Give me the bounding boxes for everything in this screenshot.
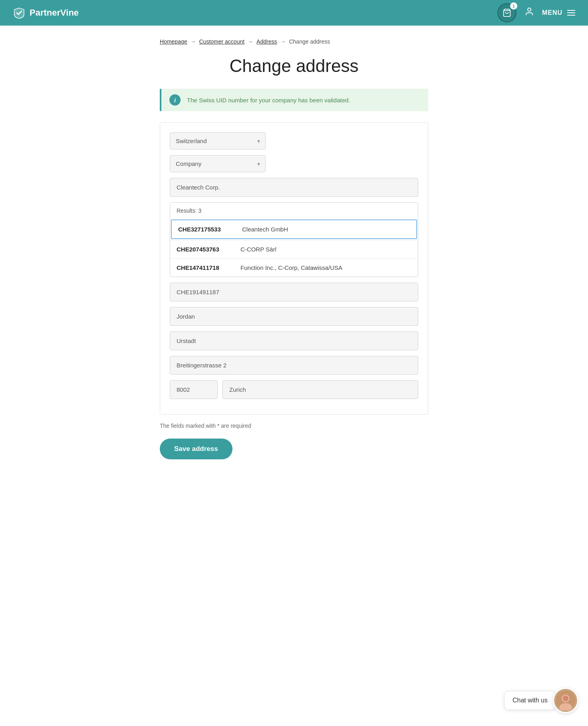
main-content: Homepage → Customer account → Address → … — [150, 26, 438, 491]
last-name-input[interactable] — [170, 331, 418, 350]
logo: PartnerVine — [13, 6, 79, 19]
first-name-group — [170, 307, 418, 326]
svg-point-1 — [528, 8, 531, 11]
required-note: The fields marked with * are required — [160, 423, 428, 429]
result-name-2: C-CORP Sàrl — [240, 246, 276, 253]
page-title: Change address — [160, 56, 428, 76]
cart-badge: 1 — [510, 2, 517, 10]
breadcrumb-address[interactable]: Address — [256, 38, 277, 45]
city-input[interactable] — [222, 380, 418, 399]
entity-type-select[interactable]: Company Individual — [170, 155, 266, 172]
breadcrumb-current: Change address — [289, 38, 330, 45]
result-uid-2: CHE207453763 — [177, 246, 240, 253]
result-uid-3: CHE147411718 — [177, 264, 240, 271]
last-name-group — [170, 331, 418, 350]
country-select[interactable]: Switzerland Germany Austria — [170, 132, 266, 150]
header: PartnerVine 1 MENU — [0, 0, 588, 26]
breadcrumb-separator-2: → — [248, 38, 253, 45]
company-search-input[interactable] — [170, 178, 418, 197]
user-icon — [524, 7, 534, 16]
results-header: Results: 3 — [170, 203, 418, 219]
entity-type-group: Company Individual — [170, 155, 418, 172]
first-name-input[interactable] — [170, 307, 418, 326]
save-address-button[interactable]: Save address — [160, 439, 232, 459]
result-uid-1: CHE327175533 — [178, 226, 242, 233]
menu-label: MENU — [542, 9, 562, 16]
logo-text: PartnerVine — [30, 8, 79, 18]
cart-icon — [503, 8, 511, 17]
search-results-container: Results: 3 CHE327175533 Cleantech GmbH C… — [170, 202, 418, 277]
info-message: The Swiss UID number for your company ha… — [187, 97, 350, 104]
country-select-wrapper: Switzerland Germany Austria — [170, 132, 266, 150]
hamburger-icon — [567, 10, 575, 16]
form-section: Switzerland Germany Austria Company Indi… — [160, 122, 428, 415]
uid-input[interactable] — [170, 283, 418, 301]
logo-icon — [13, 6, 26, 19]
menu-button[interactable]: MENU — [542, 9, 575, 16]
result-name-1: Cleantech GmbH — [242, 226, 288, 233]
country-group: Switzerland Germany Austria — [170, 132, 418, 150]
company-search-group — [170, 178, 418, 197]
user-account-button[interactable] — [524, 7, 534, 19]
breadcrumb-separator-1: → — [191, 38, 196, 45]
breadcrumb-separator-3: → — [280, 38, 286, 45]
postal-code-input[interactable] — [170, 380, 218, 399]
street-group — [170, 356, 418, 375]
result-name-3: Function Inc., C-Corp, Catawissa/USA — [240, 264, 342, 271]
postal-city-row — [170, 380, 418, 399]
breadcrumb-customer-account[interactable]: Customer account — [199, 38, 245, 45]
header-right: 1 MENU — [497, 3, 575, 22]
result-row-3[interactable]: CHE147411718 Function Inc., C-Corp, Cata… — [170, 258, 418, 277]
breadcrumb: Homepage → Customer account → Address → … — [160, 38, 428, 45]
uid-field-group — [170, 283, 418, 301]
info-banner: i The Swiss UID number for your company … — [160, 89, 428, 111]
entity-type-select-wrapper: Company Individual — [170, 155, 266, 172]
breadcrumb-home[interactable]: Homepage — [160, 38, 187, 45]
cart-button[interactable]: 1 — [497, 3, 516, 22]
street-input[interactable] — [170, 356, 418, 375]
result-row-1[interactable]: CHE327175533 Cleantech GmbH — [171, 219, 417, 239]
result-row-2[interactable]: CHE207453763 C-CORP Sàrl — [170, 240, 418, 258]
info-icon: i — [169, 94, 181, 106]
